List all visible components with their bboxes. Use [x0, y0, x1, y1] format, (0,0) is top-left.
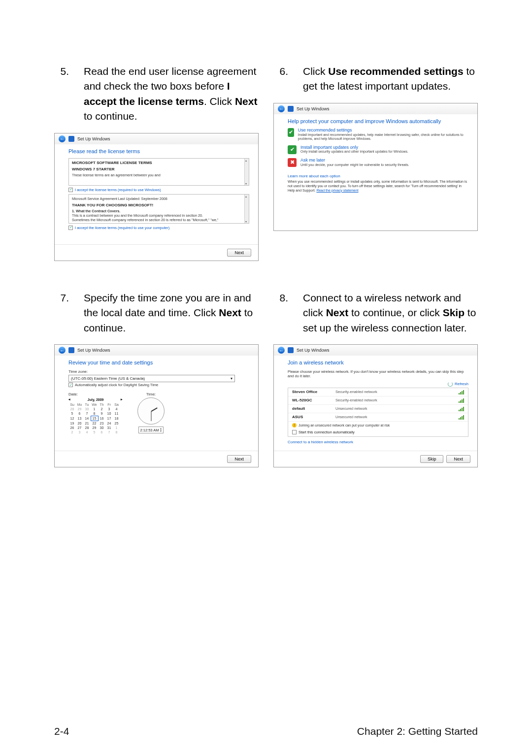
auto-connect-checkbox[interactable]: ✓	[292, 430, 297, 434]
calendar-day[interactable]: 28	[83, 426, 91, 430]
privacy-link[interactable]: Read the privacy statement	[316, 189, 358, 192]
next-button[interactable]: Next	[446, 455, 470, 463]
wifi-item[interactable]: defaultUnsecured network	[288, 405, 468, 413]
chapter-title: Chapter 2: Getting Started	[357, 725, 478, 737]
calendar-day[interactable]: 18	[113, 416, 120, 421]
back-icon[interactable]: ←	[278, 105, 285, 112]
wizard-title: Set Up Windows	[77, 348, 110, 353]
calendar-day[interactable]: 14	[83, 416, 91, 421]
calendar-day[interactable]: 8	[113, 430, 120, 434]
wifi-item[interactable]: Steven OfficeSecurity-enabled network	[288, 388, 468, 396]
license-box-2[interactable]: Microsoft Service Agreement Last Updated…	[68, 194, 249, 224]
hidden-network-link[interactable]: Connect to a hidden wireless network	[288, 440, 353, 444]
wifi-warning: ! Joining an unsecured network can put y…	[288, 422, 468, 429]
step-8: 8. Connect to a wireless network and cli…	[273, 291, 478, 335]
back-icon[interactable]: ←	[278, 347, 285, 354]
accept-checkbox-1[interactable]: ✓	[68, 188, 73, 192]
calendar-day[interactable]: 17	[105, 416, 113, 421]
calendar-day[interactable]: 3	[105, 407, 113, 411]
calendar-day[interactable]: 12	[68, 416, 76, 421]
windows-flag-icon	[288, 347, 294, 353]
timezone-combo[interactable]: (UTC-05:00) Eastern Time (US & Canada) ▾	[68, 375, 235, 382]
calendar-day[interactable]: 5	[68, 411, 76, 416]
calendar-day[interactable]: 2	[98, 407, 105, 411]
calendar-day[interactable]: 21	[83, 421, 91, 426]
calendar-day[interactable]: 2	[68, 430, 76, 434]
calendar-day[interactable]: 31	[105, 426, 113, 430]
wifi-heading: Join a wireless network	[288, 360, 468, 365]
accept-checkbox-2[interactable]: ✓	[68, 226, 73, 230]
next-button[interactable]: Next	[227, 249, 251, 257]
windows-flag-icon	[68, 347, 74, 353]
calendar-day[interactable]: 6	[76, 411, 83, 416]
calendar-day[interactable]: 13	[76, 416, 83, 421]
signal-icon	[459, 415, 464, 420]
opt-important-only[interactable]: ✔ Install important updates only Only in…	[288, 145, 468, 154]
dst-label: Automatically adjust clock for Daylight …	[75, 383, 158, 387]
calendar-day[interactable]: 16	[98, 416, 105, 421]
scrollbar[interactable]	[244, 195, 249, 223]
dst-checkbox[interactable]: ✓	[68, 383, 73, 387]
calendar-day[interactable]: 3	[76, 430, 83, 434]
calendar-day[interactable]: 26	[68, 426, 76, 430]
calendar-day[interactable]: 30	[83, 407, 91, 411]
calendar-day[interactable]: 23	[98, 421, 105, 426]
step-5: 5. Read the end user license agreement a…	[54, 64, 259, 124]
calendar[interactable]: ◂ July, 2009 ▸ SuMoTuWeThFrSa28293012345…	[68, 397, 123, 434]
refresh-icon[interactable]	[448, 382, 453, 387]
protect-wizard: ← Set Up Windows Help protect your compu…	[273, 103, 478, 231]
step-7: 7. Specify the time zone you are in and …	[54, 291, 259, 335]
opt-ask-later[interactable]: ✖ Ask me later Until you decide, your co…	[288, 158, 468, 167]
refresh-link[interactable]: Refresh	[455, 382, 468, 386]
calendar-day[interactable]: 11	[113, 411, 120, 416]
calendar-day[interactable]: 1	[113, 426, 120, 430]
next-month-icon[interactable]: ▸	[121, 397, 123, 401]
calendar-day[interactable]: 5	[91, 430, 98, 434]
calendar-day[interactable]: 29	[91, 426, 98, 430]
calendar-day[interactable]: 4	[113, 407, 120, 411]
time-spinner[interactable]: 2:12:53 AM ▴▾	[138, 427, 164, 433]
wifi-list[interactable]: Steven OfficeSecurity-enabled networkWL-…	[288, 388, 468, 437]
learn-more-link[interactable]: Learn more about each option	[288, 174, 340, 178]
skip-button[interactable]: Skip	[420, 455, 444, 463]
step-text: Click Use recommended settings to get th…	[303, 64, 478, 94]
windows-flag-icon	[288, 106, 294, 112]
wifi-item[interactable]: WL-520GCSecurity-enabled network	[288, 396, 468, 405]
calendar-day[interactable]: 24	[105, 421, 113, 426]
step-text: Connect to a wireless network and click …	[303, 291, 478, 335]
privacy-note: When you use recommended settings or ins…	[288, 180, 468, 193]
calendar-day[interactable]: 29	[76, 407, 83, 411]
calendar-day[interactable]: 30	[98, 426, 105, 430]
signal-icon	[459, 398, 464, 403]
calendar-day[interactable]: 20	[76, 421, 83, 426]
calendar-day[interactable]: 28	[68, 407, 76, 411]
calendar-day[interactable]: 9	[98, 411, 105, 416]
calendar-day[interactable]: 10	[105, 411, 113, 416]
warning-icon: !	[292, 423, 297, 427]
calendar-day[interactable]: 27	[76, 426, 83, 430]
calendar-month: July, 2009	[88, 398, 104, 401]
calendar-day[interactable]: 22	[91, 421, 98, 426]
calendar-day[interactable]: 8	[91, 411, 98, 416]
next-button[interactable]: Next	[227, 455, 251, 463]
wifi-item[interactable]: ASUSUnsecured network	[288, 413, 468, 422]
opt-recommended[interactable]: ✔ Use recommended settings Install impor…	[288, 128, 468, 141]
calendar-day[interactable]: 15	[91, 416, 98, 421]
spinner-arrows-icon[interactable]: ▴▾	[160, 427, 162, 432]
license-box-1[interactable]: MICROSOFT SOFTWARE LICENSE TERMS WINDOWS…	[68, 158, 249, 186]
calendar-day[interactable]: 25	[113, 421, 120, 426]
back-icon[interactable]: ←	[59, 347, 66, 354]
scrollbar[interactable]	[244, 159, 249, 185]
shield-x-icon: ✖	[288, 158, 297, 167]
calendar-day[interactable]: 6	[98, 430, 105, 434]
tz-label: Time zone:	[68, 369, 249, 374]
time-wizard: ← Set Up Windows Review your time and da…	[54, 344, 259, 467]
calendar-day[interactable]: 7	[105, 430, 113, 434]
prev-month-icon[interactable]: ◂	[68, 397, 70, 401]
calendar-day[interactable]: 4	[83, 430, 91, 434]
back-icon[interactable]: ←	[59, 135, 66, 142]
calendar-day[interactable]: 7	[83, 411, 91, 416]
signal-icon	[459, 390, 464, 394]
calendar-day[interactable]: 19	[68, 421, 76, 426]
calendar-day[interactable]: 1	[91, 407, 98, 411]
